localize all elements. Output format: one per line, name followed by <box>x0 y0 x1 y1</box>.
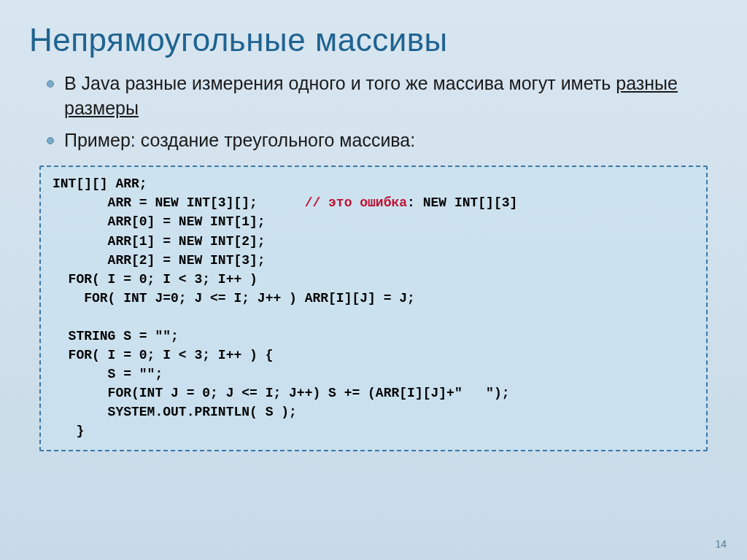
code-line: STRING S = ""; <box>53 329 179 343</box>
code-line: FOR( INT J=0; J <= I; J++ ) ARR[I][J] = … <box>53 291 415 306</box>
bullet-dot-icon <box>47 137 54 144</box>
bullet-item: В Java разные измерения одного и того же… <box>47 71 718 121</box>
page-number: 14 <box>715 538 727 550</box>
bullet-list: В Java разные измерения одного и того же… <box>47 71 718 152</box>
bullet-fragment: одного и того же массива могут иметь <box>284 73 616 93</box>
code-line: SYSTEM.OUT.PRINTLN( S ); <box>53 405 297 419</box>
code-line: FOR( I = 0; I < 3; I++ ) <box>53 272 258 287</box>
code-line: S = ""; <box>53 367 163 381</box>
bullet-fragment: В Java <box>64 73 125 93</box>
slide: Непрямоугольные массивы В Java разные из… <box>0 0 747 451</box>
code-line: INT[][] ARR; <box>53 176 147 191</box>
code-block: INT[][] ARR; ARR = NEW INT[3][]; // это … <box>39 166 708 451</box>
code-error-comment: // это ошибка <box>305 195 407 210</box>
bullet-fragment: разные измерения <box>125 73 283 93</box>
code-line: ARR[0] = NEW INT[1]; <box>53 214 266 229</box>
code-line: ARR[2] = NEW INT[3]; <box>53 253 266 268</box>
code-line: ARR[1] = NEW INT[2]; <box>53 234 266 249</box>
code-line: ARR = NEW INT[3][]; <box>53 195 305 210</box>
code-line: FOR(INT J = 0; J <= I; J++) S += (ARR[I]… <box>53 386 510 400</box>
bullet-text: Пример: создание треугольного массива: <box>64 128 415 153</box>
slide-title: Непрямоугольные массивы <box>29 22 718 58</box>
bullet-dot-icon <box>47 80 54 88</box>
bullet-item: Пример: создание треугольного массива: <box>47 128 718 153</box>
bullet-text: В Java разные измерения одного и того же… <box>64 71 718 121</box>
code-line: : NEW INT[][3] <box>407 195 517 210</box>
code-line: } <box>53 424 84 438</box>
code-line: FOR( I = 0; I < 3; I++ ) { <box>53 348 273 362</box>
bullet-fragment: Пример: создание треугольного массива: <box>64 130 415 150</box>
